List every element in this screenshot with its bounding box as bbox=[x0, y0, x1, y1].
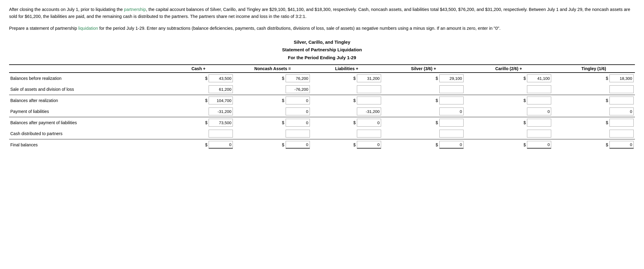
input-noncash-final[interactable] bbox=[286, 141, 310, 149]
input-carillo-after-real[interactable] bbox=[527, 97, 551, 104]
cell-liab-distributed bbox=[311, 128, 382, 139]
dollar-liab-after-real: $ bbox=[353, 98, 356, 103]
input-cash-final[interactable] bbox=[209, 141, 233, 149]
title-line-1: Silver, Carillo, and Tingley bbox=[9, 38, 635, 46]
input-tingley-payment[interactable] bbox=[609, 107, 634, 115]
cell-liab-final: $ bbox=[311, 139, 382, 151]
input-tingley-distributed[interactable] bbox=[609, 130, 634, 138]
input-cash-after-pay[interactable] bbox=[209, 119, 233, 127]
dollar-liab-after-pay: $ bbox=[353, 120, 356, 125]
input-noncash-distributed[interactable] bbox=[286, 130, 310, 138]
input-noncash-payment[interactable] bbox=[286, 107, 310, 115]
cell-cash-final: $ bbox=[163, 139, 234, 151]
dollar-carillo-after-pay: $ bbox=[523, 120, 526, 125]
dollar-cash-final: $ bbox=[205, 142, 208, 147]
cell-silver-sale bbox=[382, 84, 465, 95]
col-header-label bbox=[9, 65, 163, 73]
dollar-noncash-after-pay: $ bbox=[282, 120, 285, 125]
cell-cash-payment bbox=[163, 106, 234, 117]
label-balances-after-real: Balances after realization bbox=[9, 95, 163, 106]
dollar-cash-after-real: $ bbox=[205, 98, 208, 103]
dollar-cash-before: $ bbox=[205, 76, 208, 81]
input-noncash-before[interactable] bbox=[286, 74, 310, 82]
row-sale-assets: Sale of assets and division of loss bbox=[9, 84, 635, 95]
statement-title: Silver, Carillo, and Tingley Statement o… bbox=[9, 38, 635, 62]
input-liab-sale[interactable] bbox=[357, 85, 381, 93]
input-liab-after-real[interactable] bbox=[357, 97, 381, 104]
dollar-tingley-final: $ bbox=[606, 142, 609, 147]
input-carillo-distributed[interactable] bbox=[527, 130, 551, 138]
dollar-carillo-after-real: $ bbox=[523, 98, 526, 103]
input-tingley-after-real[interactable] bbox=[609, 97, 634, 104]
cell-noncash-final: $ bbox=[234, 139, 311, 151]
dollar-carillo-before: $ bbox=[523, 76, 526, 81]
row-balances-before: Balances before realization $ $ $ bbox=[9, 73, 635, 84]
dollar-tingley-after-pay: $ bbox=[606, 120, 609, 125]
input-cash-distributed[interactable] bbox=[209, 130, 233, 138]
input-carillo-final[interactable] bbox=[527, 141, 551, 149]
label-cash-distributed: Cash distributed to partners bbox=[9, 128, 163, 139]
input-carillo-after-pay[interactable] bbox=[527, 119, 551, 127]
input-noncash-after-pay[interactable] bbox=[286, 119, 310, 127]
col-header-silver: Silver (3/6) + bbox=[382, 65, 465, 73]
input-carillo-payment[interactable] bbox=[527, 107, 551, 115]
input-silver-final[interactable] bbox=[439, 141, 464, 149]
row-final-balances: Final balances $ $ $ bbox=[9, 139, 635, 151]
input-silver-after-real[interactable] bbox=[439, 97, 464, 104]
input-liab-before[interactable] bbox=[357, 74, 381, 82]
title-line-3: For the Period Ending July 1-29 bbox=[9, 54, 635, 62]
table-header-row: Cash + Noncash Assets = Liabilities + Si… bbox=[9, 65, 635, 73]
input-carillo-sale[interactable] bbox=[527, 85, 551, 93]
intro-paragraph-2: Prepare a statement of partnership liqui… bbox=[9, 25, 635, 32]
dollar-noncash-after-real: $ bbox=[282, 98, 285, 103]
input-silver-distributed[interactable] bbox=[439, 130, 464, 138]
liquidation-table: Cash + Noncash Assets = Liabilities + Si… bbox=[9, 64, 635, 150]
cell-tingley-after-real: $ bbox=[552, 95, 635, 106]
input-liab-after-pay[interactable] bbox=[357, 119, 381, 127]
partnership-link: partnership bbox=[124, 7, 146, 12]
cell-silver-distributed bbox=[382, 128, 465, 139]
input-silver-before[interactable] bbox=[439, 74, 464, 82]
input-tingley-final[interactable] bbox=[609, 141, 634, 149]
dollar-liab-before: $ bbox=[353, 76, 356, 81]
dollar-carillo-final: $ bbox=[523, 142, 526, 147]
input-liab-payment[interactable] bbox=[357, 107, 381, 115]
cell-noncash-payment bbox=[234, 106, 311, 117]
cell-carillo-final: $ bbox=[465, 139, 553, 151]
input-tingley-before[interactable] bbox=[609, 74, 634, 82]
input-cash-payment[interactable] bbox=[209, 107, 233, 115]
cell-cash-before: $ bbox=[163, 73, 234, 84]
cell-silver-final: $ bbox=[382, 139, 465, 151]
col-header-noncash: Noncash Assets = bbox=[234, 65, 311, 73]
input-cash-before[interactable] bbox=[209, 74, 233, 82]
cell-liab-before: $ bbox=[311, 73, 382, 84]
cell-tingley-distributed bbox=[552, 128, 635, 139]
cell-cash-distributed bbox=[163, 128, 234, 139]
input-liab-distributed[interactable] bbox=[357, 130, 381, 138]
input-liab-final[interactable] bbox=[357, 141, 381, 149]
label-payment-liab: Payment of liabilities bbox=[9, 106, 163, 117]
row-cash-distributed: Cash distributed to partners bbox=[9, 128, 635, 139]
row-balances-after-real: Balances after realization $ $ $ bbox=[9, 95, 635, 106]
dollar-liab-final: $ bbox=[353, 142, 356, 147]
input-cash-after-real[interactable] bbox=[209, 97, 233, 104]
label-final-balances: Final balances bbox=[9, 139, 163, 151]
cell-liab-payment bbox=[311, 106, 382, 117]
input-cash-sale[interactable] bbox=[209, 85, 233, 93]
cell-silver-payment bbox=[382, 106, 465, 117]
cell-tingley-final: $ bbox=[552, 139, 635, 151]
input-silver-payment[interactable] bbox=[439, 107, 464, 115]
cell-silver-after-real: $ bbox=[382, 95, 465, 106]
input-carillo-before[interactable] bbox=[527, 74, 551, 82]
cell-tingley-before: $ bbox=[552, 73, 635, 84]
label-balances-before: Balances before realization bbox=[9, 73, 163, 84]
input-tingley-sale[interactable] bbox=[609, 85, 634, 93]
input-tingley-after-pay[interactable] bbox=[609, 119, 634, 127]
label-balances-after-pay: Balances after payment of liabilities bbox=[9, 117, 163, 128]
dollar-cash-after-pay: $ bbox=[205, 120, 208, 125]
input-silver-sale[interactable] bbox=[439, 85, 464, 93]
input-noncash-after-real[interactable] bbox=[286, 97, 310, 104]
col-header-liabilities: Liabilities + bbox=[311, 65, 382, 73]
input-noncash-sale[interactable] bbox=[286, 85, 310, 93]
input-silver-after-pay[interactable] bbox=[439, 119, 464, 127]
